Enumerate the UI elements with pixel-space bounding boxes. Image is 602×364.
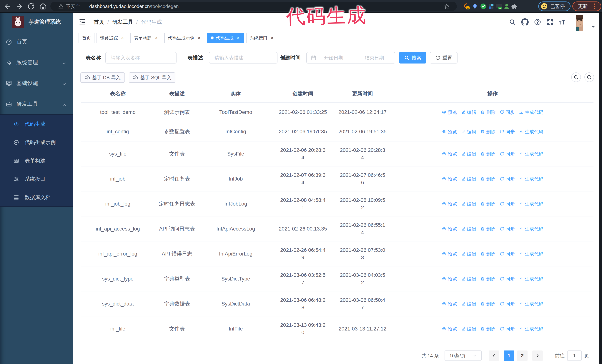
tag[interactable]: 系统接口 × (246, 33, 278, 43)
row-action-link[interactable]: 删除 (480, 175, 495, 183)
column-header[interactable]: 操作 (392, 85, 593, 102)
tag[interactable]: 首页 (78, 33, 95, 43)
page-number-button[interactable]: 1 (504, 351, 514, 361)
row-action-link[interactable]: 生成代码 (519, 150, 543, 157)
row-action-link[interactable]: 生成代码 (519, 108, 543, 116)
row-action-link[interactable]: 编辑 (461, 150, 476, 157)
row-action-link[interactable]: 同步 (500, 200, 515, 208)
prev-page-button[interactable] (489, 351, 499, 361)
row-action-link[interactable]: 生成代码 (519, 275, 543, 282)
tag[interactable]: 代码生成 × (207, 33, 244, 43)
sidebar-menu-item[interactable]: 首页 (0, 31, 73, 52)
row-action-link[interactable]: 同步 (500, 128, 515, 135)
reset-button[interactable]: 重置 (430, 52, 458, 63)
sidebar-submenu-item[interactable]: 表单构建 (0, 151, 73, 170)
app-logo[interactable]: 芋道管理系统 (0, 13, 73, 31)
browser-reload-icon[interactable] (27, 3, 35, 10)
bookmark-star-icon[interactable] (444, 3, 450, 10)
row-action-link[interactable]: 同步 (500, 108, 515, 116)
sidebar-collapse-icon[interactable] (79, 18, 86, 26)
row-action-link[interactable]: 删除 (480, 108, 495, 116)
tag-close-icon[interactable]: × (270, 36, 275, 40)
extension-check-icon[interactable] (480, 3, 487, 10)
page-scrollbar[interactable] (599, 13, 602, 364)
address-bar[interactable]: 不安全 dashboard.yudao.iocoder.cn/tool/code… (50, 2, 457, 11)
column-header[interactable]: 实体 (199, 85, 272, 102)
row-action-link[interactable]: 同步 (500, 175, 515, 183)
row-action-link[interactable]: 删除 (480, 200, 495, 208)
row-action-link[interactable]: 生成代码 (519, 175, 543, 183)
row-action-link[interactable]: 同步 (500, 300, 515, 308)
extension-person-icon[interactable] (503, 3, 510, 10)
github-icon[interactable] (519, 13, 531, 31)
row-action-link[interactable]: 编辑 (461, 250, 476, 258)
extension-gem-icon[interactable] (472, 3, 478, 10)
row-action-link[interactable]: 编辑 (461, 128, 476, 135)
fullscreen-icon[interactable] (544, 13, 556, 31)
goto-page-input[interactable]: 1 (567, 351, 582, 361)
breadcrumb-item[interactable]: 首页 (94, 19, 104, 26)
help-icon[interactable] (532, 13, 543, 31)
import-db-button[interactable]: 基于 DB 导入 (80, 73, 125, 83)
row-action-link[interactable]: 删除 (480, 325, 495, 333)
row-action-link[interactable]: 生成代码 (519, 300, 543, 308)
row-action-link[interactable]: 编辑 (461, 175, 476, 183)
extensions-puzzle-icon[interactable] (511, 3, 518, 10)
row-action-link[interactable]: 预览 (442, 300, 457, 308)
row-action-link[interactable]: 预览 (442, 150, 457, 157)
sidebar-menu-item[interactable]: 研发工具 (0, 94, 73, 114)
row-action-link[interactable]: 生成代码 (519, 200, 543, 208)
row-action-link[interactable]: 同步 (500, 325, 515, 333)
extension-paused-pill[interactable]: 已暂停 (538, 1, 570, 11)
page-number-button[interactable]: 2 (517, 351, 527, 361)
row-action-link[interactable]: 删除 (480, 150, 495, 157)
user-avatar[interactable] (576, 15, 583, 31)
sidebar-submenu-item[interactable]: 代码生成示例 (0, 133, 73, 151)
end-date-placeholder[interactable]: 结束日期 (360, 55, 388, 61)
row-action-link[interactable]: 生成代码 (519, 250, 543, 258)
row-action-link[interactable]: 删除 (480, 250, 495, 258)
tag-close-icon[interactable]: × (236, 36, 241, 40)
browser-forward-icon[interactable] (16, 3, 23, 10)
update-menu-dots-icon[interactable] (594, 3, 595, 9)
row-action-link[interactable]: 生成代码 (519, 325, 543, 333)
row-action-link[interactable]: 同步 (500, 250, 515, 258)
row-action-link[interactable]: 删除 (480, 275, 495, 282)
row-action-link[interactable]: 预览 (442, 108, 457, 116)
extension-grid-icon[interactable] (488, 3, 494, 10)
start-date-placeholder[interactable]: 开始日期 (320, 55, 347, 61)
row-action-link[interactable]: 删除 (480, 225, 495, 233)
browser-home-icon[interactable] (39, 3, 47, 10)
sidebar-submenu-item[interactable]: 代码生成 (0, 115, 73, 133)
row-action-link[interactable]: 同步 (500, 225, 515, 233)
font-size-icon[interactable] (556, 13, 568, 31)
tag-close-icon[interactable]: × (154, 36, 159, 40)
page-size-select[interactable]: 10条/页 (445, 351, 482, 361)
extension-onoff-icon[interactable]: on (496, 3, 502, 10)
row-action-link[interactable]: 预览 (442, 128, 457, 135)
row-action-link[interactable]: 预览 (442, 325, 457, 333)
breadcrumb-item[interactable]: 研发工具 (112, 19, 133, 26)
row-action-link[interactable]: 生成代码 (519, 225, 543, 233)
table-name-input[interactable]: 请输入表名称 (105, 52, 177, 63)
tag-close-icon[interactable]: × (197, 36, 202, 40)
row-action-link[interactable]: 删除 (480, 300, 495, 308)
column-header[interactable]: 创建时间 (272, 85, 333, 102)
sidebar-submenu-item[interactable]: 数据库文档 (0, 188, 73, 207)
column-header[interactable]: 更新时间 (333, 85, 392, 102)
avatar-caret-icon[interactable] (591, 24, 596, 29)
row-action-link[interactable]: 同步 (500, 275, 515, 282)
refresh-table-button[interactable] (584, 73, 594, 82)
row-action-link[interactable]: 编辑 (461, 300, 476, 308)
tag[interactable]: 代码生成示例 × (164, 33, 205, 43)
tag[interactable]: 链路追踪 × (97, 33, 128, 43)
row-action-link[interactable]: 编辑 (461, 108, 476, 116)
breadcrumb-item[interactable]: 代码生成 (141, 19, 162, 26)
row-action-link[interactable]: 预览 (442, 225, 457, 233)
date-range-input[interactable]: 开始日期 - 结束日期 (306, 52, 395, 63)
row-action-link[interactable]: 删除 (480, 128, 495, 135)
sidebar-menu-item[interactable]: 基础设施 (0, 73, 73, 94)
row-action-link[interactable]: 编辑 (461, 325, 476, 333)
row-action-link[interactable]: 预览 (442, 175, 457, 183)
next-page-button[interactable] (532, 351, 543, 361)
